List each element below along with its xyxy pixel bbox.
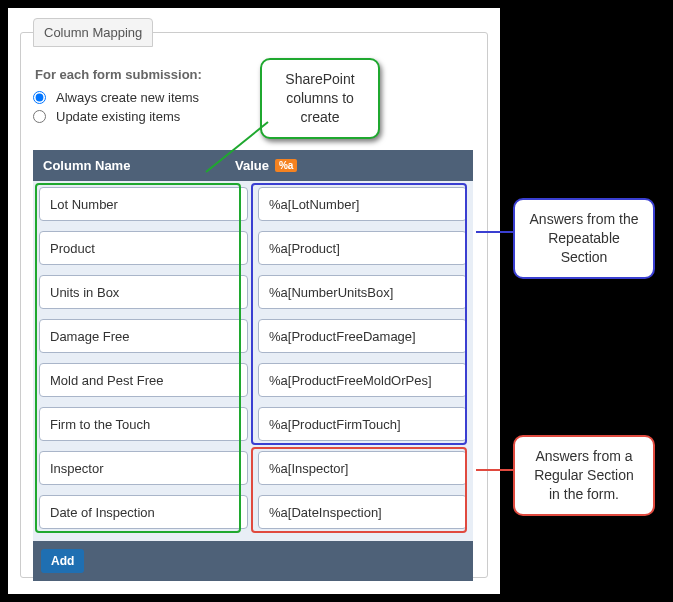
column-name-input[interactable] (39, 187, 248, 221)
value-input[interactable] (258, 319, 467, 353)
radio-create-label: Always create new items (56, 90, 199, 105)
radio-create-input[interactable] (33, 91, 46, 104)
blue-outline (251, 183, 467, 445)
header-column-name: Column Name (33, 150, 225, 181)
callout-green: SharePoint columns to create (260, 58, 380, 139)
value-input[interactable] (258, 275, 467, 309)
radio-create-new[interactable]: Always create new items (33, 90, 475, 105)
intro-text: For each form submission: (35, 67, 475, 82)
column-name-input[interactable] (39, 231, 248, 265)
column-mapping-fieldset: Column Mapping For each form submission:… (20, 18, 488, 578)
callout-blue: Answers from the Repeatable Section (513, 198, 655, 279)
add-button[interactable]: Add (41, 549, 84, 573)
column-name-input[interactable] (39, 451, 248, 485)
column-name-input[interactable] (39, 275, 248, 309)
column-name-input[interactable] (39, 407, 248, 441)
table-row (39, 187, 467, 221)
column-name-input[interactable] (39, 319, 248, 353)
table-footer: Add (33, 541, 473, 581)
value-input[interactable] (258, 495, 467, 529)
table-body (33, 181, 473, 541)
table-row (39, 407, 467, 441)
value-input[interactable] (258, 363, 467, 397)
radio-update-existing[interactable]: Update existing items (33, 109, 475, 124)
value-input[interactable] (258, 187, 467, 221)
fieldset-legend: Column Mapping (33, 18, 153, 47)
table-row (39, 495, 467, 529)
radio-update-input[interactable] (33, 110, 46, 123)
table-header: Column Name Value %a (33, 150, 473, 181)
radio-update-label: Update existing items (56, 109, 180, 124)
header-value: Value %a (225, 150, 473, 181)
value-input[interactable] (258, 451, 467, 485)
table-row (39, 319, 467, 353)
config-panel: Column Mapping For each form submission:… (8, 8, 500, 594)
value-input[interactable] (258, 231, 467, 265)
table-row (39, 451, 467, 485)
table-row (39, 275, 467, 309)
column-name-input[interactable] (39, 363, 248, 397)
value-input[interactable] (258, 407, 467, 441)
placeholder-badge: %a (275, 159, 297, 172)
table-row (39, 231, 467, 265)
mapping-table: Column Name Value %a Add (33, 150, 473, 581)
column-name-input[interactable] (39, 495, 248, 529)
table-row (39, 363, 467, 397)
callout-red: Answers from a Regular Section in the fo… (513, 435, 655, 516)
